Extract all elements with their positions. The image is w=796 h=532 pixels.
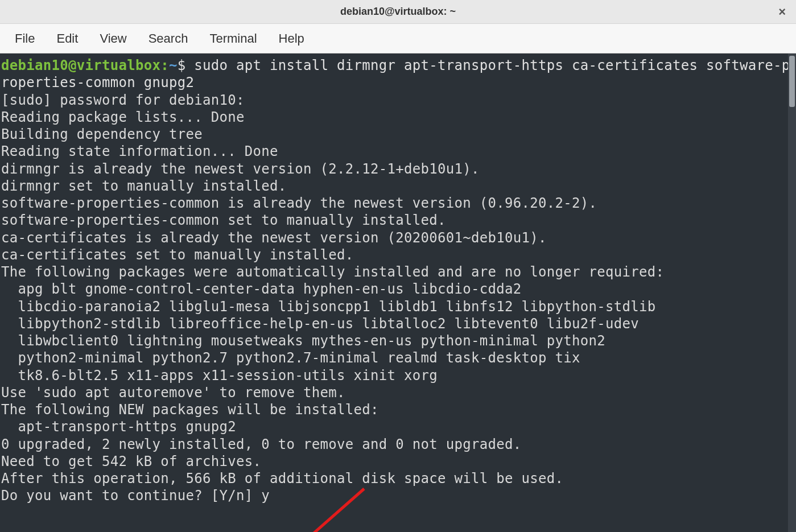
prompt-sigil: $ xyxy=(178,57,195,73)
output-line: python2-minimal python2.7 python2.7-mini… xyxy=(1,350,580,366)
menu-item-view[interactable]: View xyxy=(92,28,134,50)
terminal-area[interactable]: debian10@virtualbox:~$ sudo apt install … xyxy=(0,53,796,532)
output-line: software-properties-common set to manual… xyxy=(1,212,446,228)
output-line: ca-certificates set to manually installe… xyxy=(1,247,353,263)
menubar: File Edit View Search Terminal Help xyxy=(0,24,796,53)
output-line: tk8.6-blt2.5 x11-apps x11-session-utils … xyxy=(1,368,438,383)
prompt-sep: : xyxy=(160,57,169,73)
output-line: Reading state information... Done xyxy=(1,143,278,159)
prompt-path: ~ xyxy=(169,57,178,73)
output-line: ca-certificates is already the newest ve… xyxy=(1,230,547,246)
menu-item-edit[interactable]: Edit xyxy=(48,28,86,50)
output-line: libwbclient0 lightning mousetweaks mythe… xyxy=(1,333,605,349)
prompt-user-host: debian10@virtualbox xyxy=(1,57,160,73)
output-line: After this operation, 566 kB of addition… xyxy=(1,471,563,486)
menu-item-help[interactable]: Help xyxy=(271,28,312,50)
close-icon[interactable]: × xyxy=(778,6,786,18)
output-line: Need to get 542 kB of archives. xyxy=(1,453,261,469)
terminal-window: debian10@virtualbox: ~ × File Edit View … xyxy=(0,0,796,532)
output-line: dirmngr is already the newest version (2… xyxy=(1,161,480,177)
window-title: debian10@virtualbox: ~ xyxy=(340,6,456,18)
terminal-content[interactable]: debian10@virtualbox:~$ sudo apt install … xyxy=(0,53,796,505)
output-line: 0 upgraded, 2 newly installed, 0 to remo… xyxy=(1,436,521,452)
output-line: The following packages were automaticall… xyxy=(1,264,664,280)
output-line: [sudo] password for debian10: xyxy=(1,92,253,108)
output-line: apt-transport-https gnupg2 xyxy=(1,419,236,435)
scrollbar[interactable] xyxy=(788,53,796,532)
output-line: Do you want to continue? [Y/n] y xyxy=(1,488,270,504)
output-line: The following NEW packages will be insta… xyxy=(1,402,379,418)
output-line: apg blt gnome-control-center-data hyphen… xyxy=(1,281,521,297)
output-line: Building dependency tree xyxy=(1,126,261,142)
output-line: libpython2-stdlib libreoffice-help-en-us… xyxy=(1,316,639,332)
output-line: dirmngr set to manually installed. xyxy=(1,178,286,194)
titlebar[interactable]: debian10@virtualbox: ~ × xyxy=(0,0,796,24)
menu-item-search[interactable]: Search xyxy=(141,28,196,50)
output-line: Reading package lists... Done xyxy=(1,109,245,125)
menu-item-terminal[interactable]: Terminal xyxy=(201,28,265,50)
output-line: software-properties-common is already th… xyxy=(1,195,597,211)
menu-item-file[interactable]: File xyxy=(7,28,43,50)
output-line: Use 'sudo apt autoremove' to remove them… xyxy=(1,385,345,401)
scrollbar-thumb[interactable] xyxy=(789,56,795,107)
output-line: libcdio-paranoia2 libglu1-mesa libjsoncp… xyxy=(1,299,655,315)
